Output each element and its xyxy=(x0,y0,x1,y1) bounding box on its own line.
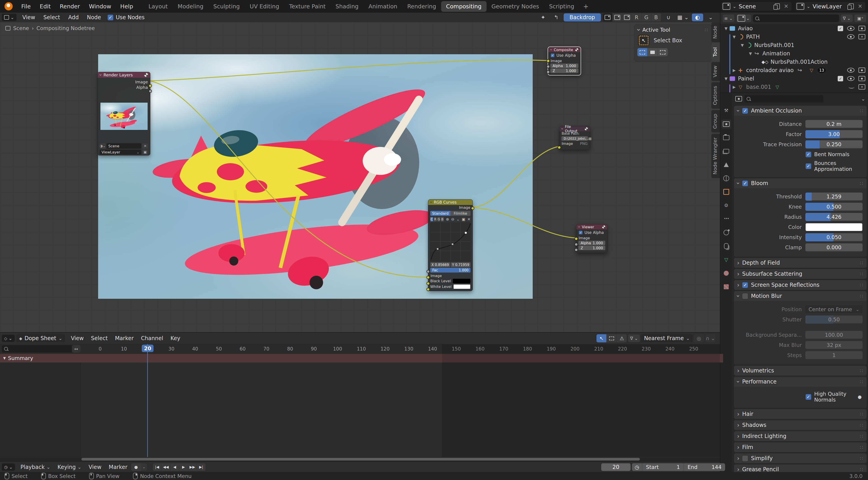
base-path-field[interactable]: D:\2022_Jobs\...▤ xyxy=(561,136,588,141)
overlays-dropdown[interactable]: ⌄ xyxy=(705,13,716,21)
sidebar-tab-group[interactable]: Group xyxy=(711,110,720,132)
socket-image-in[interactable] xyxy=(575,237,578,241)
menu-add[interactable]: Add xyxy=(64,13,83,22)
socket-z-in[interactable] xyxy=(547,70,550,74)
select-set-button[interactable] xyxy=(638,48,648,56)
channel-r-button[interactable]: R xyxy=(632,13,642,22)
color-swatch[interactable] xyxy=(805,223,863,231)
curve-widget[interactable] xyxy=(430,223,470,261)
workspace-tab-uv-editing[interactable]: UV Editing xyxy=(245,1,284,12)
socket-z-in[interactable] xyxy=(575,248,578,252)
end-frame-field[interactable]: End144 xyxy=(684,463,725,471)
workspace-tab-animation[interactable]: Animation xyxy=(364,1,402,12)
black-level-swatch[interactable] xyxy=(453,279,470,283)
scene-properties-tab[interactable] xyxy=(721,160,731,169)
modifiers-properties-tab[interactable]: ⚙ xyxy=(721,201,731,210)
section-header-screen-space-reflections[interactable]: ›Screen Space Reflections∷ xyxy=(734,280,867,290)
menu-view[interactable]: View xyxy=(67,334,87,342)
section-header-performance[interactable]: ›Performance∷ xyxy=(734,377,867,387)
select-extend-button[interactable] xyxy=(648,48,658,56)
use-alpha-toggle[interactable]: Use Alpha xyxy=(548,52,580,59)
include-checkbox[interactable] xyxy=(838,26,843,31)
workspace-tab-texture-paint[interactable]: Texture Paint xyxy=(284,1,331,12)
filter-viewlayer-icon[interactable]: ⌄ xyxy=(736,14,751,22)
particles-properties-tab[interactable] xyxy=(721,215,731,224)
property-checkbox[interactable] xyxy=(805,152,811,158)
socket-black-level-in[interactable] xyxy=(427,282,430,285)
snap-dropdown[interactable]: Nearest Frame ⌄ xyxy=(641,334,692,342)
slider-steps[interactable]: 1 xyxy=(805,351,863,359)
menu-select[interactable]: Select xyxy=(87,334,111,342)
slider-clamp[interactable]: 0.000 xyxy=(805,244,863,252)
slider-max-blur[interactable]: 32 px xyxy=(805,341,863,349)
render-disabled-icon[interactable] xyxy=(859,34,865,39)
use-nodes-toggle[interactable]: Use Nodes xyxy=(107,14,145,21)
backdrop-button[interactable]: Backdrop xyxy=(564,13,601,22)
section-header-bloom[interactable]: ›Bloom∷ xyxy=(734,178,867,188)
section-header-grease-pencil[interactable]: ›Grease Pencil∷ xyxy=(734,465,867,473)
editor-type-button[interactable]: ◇ ⌄ xyxy=(2,335,15,342)
expand-icon[interactable]: ▼ xyxy=(3,356,6,360)
checkbox-row[interactable]: Bounces Approximation xyxy=(805,160,863,172)
expand-channels-icon[interactable]: ↔ xyxy=(72,345,81,353)
section-header-hair[interactable]: ›Hair∷ xyxy=(734,409,867,419)
render-layer-icon[interactable]: ▣ xyxy=(142,150,148,155)
node-viewer[interactable]: › Viewer Use Alpha Image Alpha1.000 Z1.0… xyxy=(576,224,608,253)
checkbox-row[interactable]: Bent Normals xyxy=(805,152,863,158)
section-header-shadows[interactable]: ›Shadows∷ xyxy=(734,420,867,430)
hide-viewport-icon[interactable] xyxy=(847,34,855,39)
z-field[interactable]: Z1.000 xyxy=(550,68,578,73)
sidebar-tab-tool[interactable]: Tool xyxy=(711,43,720,61)
disable-render-icon[interactable] xyxy=(859,68,865,73)
scene-name[interactable]: Scene xyxy=(739,3,773,10)
section-checkbox[interactable] xyxy=(742,180,748,186)
viewlayer-name[interactable]: ViewLayer xyxy=(813,3,846,10)
section-checkbox[interactable] xyxy=(742,282,748,288)
workspace-tab-layout[interactable]: Layout xyxy=(144,1,173,12)
section-header-film[interactable]: ›Film∷ xyxy=(734,442,867,452)
auto-keying-icon[interactable]: ● xyxy=(131,463,141,471)
channel-color-button[interactable] xyxy=(613,13,622,22)
new-viewlayer-icon[interactable] xyxy=(849,3,854,9)
expand-icon[interactable]: ▼ xyxy=(731,35,737,39)
tool-properties-tab[interactable]: ⚒ xyxy=(721,106,731,115)
zoom-in-icon[interactable]: ⊕ xyxy=(446,217,449,221)
zoom-out-icon[interactable]: ⊖ xyxy=(451,217,454,221)
start-frame-field[interactable]: Start1 xyxy=(642,463,684,471)
menu-marker[interactable]: Marker xyxy=(105,463,131,471)
expand-icon[interactable]: ▼ xyxy=(747,51,753,56)
tools-dropdown-icon[interactable]: ⌄ xyxy=(456,217,459,221)
outliner-item-aviao[interactable]: ▼Aviao xyxy=(720,24,868,33)
socket-image-in[interactable] xyxy=(558,146,561,149)
node-rgb-curves[interactable]: › RGB Curves Image Standard Filmlike C R… xyxy=(428,199,473,291)
alpha-field[interactable]: Alpha1.000 xyxy=(578,241,605,245)
section-header-volumetrics[interactable]: ›Volumetrics∷ xyxy=(734,366,867,376)
world-properties-tab[interactable] xyxy=(721,174,731,183)
node-composite[interactable]: › Composite Use Alpha Image Alpha1.000 Z… xyxy=(548,47,581,75)
playhead[interactable] xyxy=(147,344,148,457)
hide-viewport-icon[interactable] xyxy=(847,76,855,81)
select-subtract-button[interactable] xyxy=(658,48,668,56)
node-render-layers[interactable]: › Render Layers Image Alpha ◑⌄ Scene ✕ V… xyxy=(97,72,150,156)
horizontal-scrollbar[interactable] xyxy=(0,457,720,461)
include-checkbox[interactable] xyxy=(838,76,843,82)
pin-icon[interactable]: ✦ xyxy=(537,13,549,21)
socket-image-in[interactable] xyxy=(547,59,550,63)
dropdown-position[interactable]: Center on Frame⌄ xyxy=(805,305,863,314)
use-nodes-checkbox[interactable] xyxy=(107,14,114,21)
disable-render-icon[interactable] xyxy=(859,76,865,81)
overlays-toggle[interactable]: ◐ xyxy=(692,13,703,21)
play-reverse-button[interactable]: ◀ xyxy=(170,463,179,471)
texture-properties-tab[interactable] xyxy=(721,282,731,291)
outliner-item-painel[interactable]: ▼Painel xyxy=(720,74,868,83)
select-box-tool-icon[interactable]: ↖ xyxy=(638,35,650,46)
falloff-icon[interactable]: ∩ ⌄ xyxy=(706,334,715,342)
channel-color-alpha-button[interactable] xyxy=(603,13,613,22)
hide-viewport-icon[interactable] xyxy=(847,68,855,72)
channel-g-button[interactable]: G xyxy=(437,217,440,221)
scene-icon[interactable]: ◑⌄ xyxy=(100,143,105,149)
section-checkbox[interactable] xyxy=(742,293,748,299)
section-header-subsurface-scattering[interactable]: ›Subsurface Scattering∷ xyxy=(734,269,867,279)
animate-dot-icon[interactable]: ● xyxy=(858,394,863,399)
point-x-field[interactable]: X 0.85669 xyxy=(430,262,450,267)
